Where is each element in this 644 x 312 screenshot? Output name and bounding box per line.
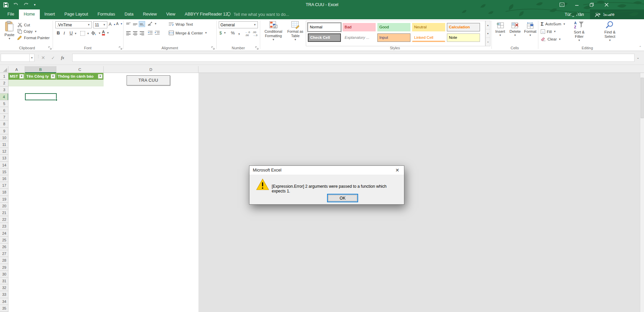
font-name-combobox[interactable]: .VnTime ▼ (55, 21, 92, 28)
select-all-button[interactable] (0, 66, 8, 73)
cell-style-normal[interactable]: Normal (308, 23, 341, 31)
borders-button[interactable]: ▼ (80, 31, 89, 36)
increase-font-size-button[interactable]: A▲ (109, 22, 116, 27)
increase-indent-icon[interactable] (155, 31, 160, 35)
accounting-format-button[interactable]: $ ▼ (219, 30, 226, 35)
bold-button[interactable]: B (57, 30, 60, 35)
restore-icon[interactable] (587, 1, 597, 8)
decrease-indent-icon[interactable] (148, 31, 153, 35)
row-header-7[interactable]: 7 (0, 114, 8, 121)
name-box-dropdown-arrow[interactable]: ▼ (30, 54, 34, 62)
align-right-icon[interactable] (139, 31, 145, 36)
tab-file[interactable]: File (3, 9, 19, 19)
row-header-20[interactable]: 20 (0, 203, 8, 209)
cell-style-calculation[interactable]: Calculation (447, 23, 480, 31)
table-header-cell-mst[interactable]: MST ▼ (8, 73, 25, 80)
row-header-10[interactable]: 10 (0, 134, 8, 141)
filter-dropdown-icon[interactable]: ▼ (19, 74, 24, 79)
tab-insert[interactable]: Insert (40, 9, 60, 19)
decrease-font-size-button[interactable]: A▼ (116, 22, 123, 26)
row-header-18[interactable]: 18 (0, 189, 8, 196)
bottom-align-icon[interactable] (139, 21, 145, 27)
fill-button[interactable]: ↓ Fill ▼ (541, 29, 556, 34)
share-button[interactable]: Share (590, 9, 644, 19)
dialog-close-icon[interactable]: ✕ (393, 167, 402, 174)
align-center-icon[interactable] (132, 31, 138, 36)
expand-formula-bar-icon[interactable]: ⌄ (637, 56, 639, 59)
tell-me-box[interactable]: Tell me what you want to do... (227, 9, 289, 19)
row-header-21[interactable]: 21 (0, 209, 8, 216)
font-dialog-launcher-icon[interactable] (119, 46, 123, 50)
row-header-2[interactable]: 2 (0, 80, 8, 86)
ok-button[interactable]: OK (327, 194, 358, 202)
number-format-combobox[interactable]: General ▼ (219, 21, 258, 28)
cell-style-neutral[interactable]: Neutral (412, 23, 445, 31)
row-header-22[interactable]: 22 (0, 216, 8, 223)
row-header-23[interactable]: 23 (0, 223, 8, 230)
cell-style-good[interactable]: Good (377, 23, 410, 31)
row-header-25[interactable]: 25 (0, 237, 8, 243)
gallery-scroll-up-icon[interactable]: ▲ (486, 21, 490, 29)
alignment-dialog-launcher-icon[interactable] (211, 46, 215, 50)
row-header-17[interactable]: 17 (0, 182, 8, 189)
row-header-5[interactable]: 5 (0, 100, 8, 107)
minimize-icon[interactable] (572, 1, 582, 8)
row-header-28[interactable]: 28 (0, 257, 8, 264)
sheet-cells-area[interactable] (8, 73, 198, 312)
row-header-15[interactable]: 15 (0, 168, 8, 175)
font-size-combobox[interactable]: 11 ▼ (93, 21, 107, 28)
font-color-button[interactable]: A ▼ (102, 30, 109, 35)
sort-filter-button[interactable]: AZ Sort & Filter ▼ (570, 21, 589, 42)
cell-style-check[interactable]: Check Cell (308, 33, 341, 42)
tab-home[interactable]: Home (19, 9, 39, 19)
row-header-6[interactable]: 6 (0, 107, 8, 114)
ribbon-display-options-icon[interactable] (557, 1, 567, 8)
italic-button[interactable]: I (63, 30, 65, 36)
tab-view[interactable]: View (161, 9, 180, 19)
row-header-8[interactable]: 8 (0, 121, 8, 127)
gallery-more-icon[interactable]: ≡ (486, 38, 490, 46)
row-header-29[interactable]: 29 (0, 264, 8, 271)
align-left-icon[interactable] (126, 31, 131, 36)
table-banded-row[interactable] (8, 80, 104, 86)
cancel-entry-icon[interactable]: ✕ (41, 55, 45, 60)
filter-dropdown-icon[interactable]: ▼ (98, 74, 103, 79)
row-header-3[interactable]: 3 (0, 86, 8, 93)
dialog-title-bar[interactable]: Microsoft Excel ✕ (249, 166, 404, 175)
copy-button[interactable]: Copy ▼ (18, 29, 37, 34)
format-painter-button[interactable]: Format Painter (18, 35, 50, 40)
comma-style-button[interactable]: , (238, 29, 240, 35)
row-header-4[interactable]: 4 (0, 94, 8, 100)
tab-page-layout[interactable]: Page Layout (60, 9, 93, 19)
insert-cells-button[interactable]: Insert ▼ (493, 22, 507, 37)
collapse-ribbon-icon[interactable]: ⌃ (639, 46, 642, 49)
row-header-34[interactable]: 34 (0, 298, 8, 305)
row-header-33[interactable]: 33 (0, 291, 8, 298)
scrollbar-thumb[interactable] (641, 78, 644, 118)
row-header-11[interactable]: 11 (0, 141, 8, 148)
tab-data[interactable]: Data (120, 9, 138, 19)
decrease-decimal-button[interactable]: .00→.0 (252, 31, 258, 37)
paste-button[interactable]: Paste ▼ (3, 21, 16, 40)
row-header-1[interactable]: 1 (0, 73, 8, 80)
row-header-16[interactable]: 16 (0, 175, 8, 182)
column-header-b[interactable]: B (25, 66, 56, 73)
row-header-32[interactable]: 32 (0, 284, 8, 291)
column-header-c[interactable]: C (56, 66, 104, 73)
selected-cell-b4[interactable] (25, 93, 57, 100)
clear-button[interactable]: Clear ▼ (541, 37, 561, 41)
row-header-13[interactable]: 13 (0, 155, 8, 161)
cut-button[interactable]: Cut (18, 23, 30, 27)
underline-button[interactable]: U (70, 30, 73, 35)
enter-entry-icon[interactable]: ✓ (51, 55, 55, 60)
filter-dropdown-icon[interactable]: ▼ (51, 74, 55, 79)
orientation-button[interactable]: ab ▼ (148, 21, 157, 26)
cell-style-bad[interactable]: Bad (343, 23, 376, 31)
row-header-14[interactable]: 14 (0, 162, 8, 168)
format-as-table-button[interactable]: Format as Table ▼ (286, 21, 305, 41)
number-dialog-launcher-icon[interactable] (255, 46, 259, 50)
cell-style-note[interactable]: Note (447, 33, 480, 42)
cell-style-linked[interactable]: Linked Cell (412, 33, 445, 42)
tab-review[interactable]: Review (138, 9, 161, 19)
underline-dropdown-arrow[interactable]: ▼ (74, 32, 77, 35)
